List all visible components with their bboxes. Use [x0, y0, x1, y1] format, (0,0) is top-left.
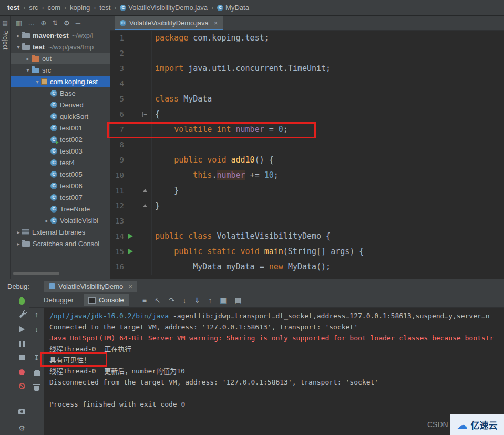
show-views-icon[interactable]: ▦: [16, 19, 22, 26]
run-gutter-icon[interactable]: [128, 249, 133, 254]
layout-settings-icon[interactable]: ≡: [142, 297, 147, 304]
code-text: [152, 76, 155, 92]
breadcrumb-item[interactable]: test: [7, 4, 19, 12]
tree-item[interactable]: ▸maven-test~/wxp/l: [11, 29, 110, 41]
settings-icon[interactable]: ⚙: [64, 19, 70, 26]
tree-item[interactable]: Ctest003: [11, 145, 110, 157]
debugger-gear-icon[interactable]: ⚙: [18, 424, 25, 432]
fold-end-icon[interactable]: [143, 189, 147, 192]
stop-program-icon[interactable]: [19, 355, 25, 360]
code-line[interactable]: 9 public void add10() {: [110, 153, 504, 168]
show-execution-point-icon[interactable]: ↸: [155, 297, 161, 304]
resume-program-icon[interactable]: [19, 326, 25, 332]
code-line[interactable]: 5class MyData: [110, 92, 504, 107]
tree-item[interactable]: CDerived: [11, 99, 110, 110]
breadcrumb-item[interactable]: com: [47, 4, 60, 12]
project-stripe-label[interactable]: Project: [2, 30, 9, 49]
tab-close-icon[interactable]: ×: [214, 19, 218, 27]
breadcrumb-item[interactable]: test: [99, 4, 110, 12]
breadcrumb: test›src›com›koping›test›CVolatileVisibi…: [0, 0, 504, 16]
breadcrumb-label: koping: [70, 4, 90, 12]
code-text: {: [152, 107, 160, 122]
collapse-all-icon[interactable]: ⇅: [52, 19, 58, 26]
tree-item[interactable]: ▾test~/wxp/java/tmp: [11, 41, 110, 53]
mute-breakpoints-icon[interactable]: [19, 383, 25, 389]
tab-debugger[interactable]: Debugger: [39, 294, 78, 306]
tree-item[interactable]: Ctest007: [11, 191, 110, 203]
tree-item[interactable]: ▸External Libraries: [11, 226, 110, 238]
tree-item[interactable]: CTreeNode: [11, 203, 110, 215]
project-stripe-icon[interactable]: ▤: [2, 19, 7, 26]
tree-item[interactable]: ▸out: [11, 53, 110, 64]
print-icon[interactable]: [34, 371, 40, 376]
step-into-icon[interactable]: ↓: [182, 297, 186, 304]
code-line[interactable]: 3import java.util.concurrent.TimeUnit;: [110, 61, 504, 76]
yisu-badge: ☁ 亿速云: [450, 414, 504, 435]
step-over-icon[interactable]: ↷: [169, 297, 175, 304]
debug-settings-icon[interactable]: [19, 312, 25, 318]
thread-dump-icon[interactable]: [18, 409, 25, 414]
view-breakpoints-icon[interactable]: [19, 369, 25, 375]
tree-chevron-icon[interactable]: ▾: [15, 44, 22, 50]
tree-item[interactable]: Ctest4: [11, 157, 110, 168]
clear-console-icon[interactable]: [34, 386, 39, 391]
pause-program-icon[interactable]: [19, 341, 25, 347]
tree-item[interactable]: ▸CVolatileVisibi: [11, 215, 110, 226]
tree-item[interactable]: ▾src: [11, 64, 110, 76]
code-line[interactable]: 13: [110, 214, 504, 229]
tree-chevron-icon[interactable]: ▸: [24, 56, 32, 62]
code-text: [152, 214, 155, 229]
rerun-debug-icon[interactable]: [19, 298, 25, 305]
project-horizontal-scrollbar[interactable]: [13, 272, 59, 275]
breadcrumb-item[interactable]: CMyData: [217, 4, 249, 12]
tree-item[interactable]: Ctest005: [11, 168, 110, 180]
code-line[interactable]: 12}: [110, 198, 504, 214]
tree-item[interactable]: CquickSort: [11, 110, 110, 122]
step-out-icon[interactable]: ↑: [208, 297, 212, 304]
tab-console[interactable]: Console: [84, 294, 129, 306]
run-gutter-icon[interactable]: [128, 234, 133, 239]
debug-session-tab[interactable]: VolatileVisibilityDemo ×: [44, 281, 137, 292]
code-line[interactable]: 6–{: [110, 107, 504, 122]
code-line[interactable]: 10 this.number += 10;: [110, 168, 504, 183]
code-line[interactable]: 1package com.koping.test;: [110, 31, 504, 46]
tree-item[interactable]: ▸Scratches and Consol: [11, 238, 110, 249]
tree-item[interactable]: ▾com.koping.test: [11, 76, 110, 87]
fold-icon[interactable]: –: [142, 112, 148, 117]
breadcrumb-item[interactable]: CVolatileVisibilityDemo.java: [120, 4, 208, 12]
code-line[interactable]: 16 MyData myData = new MyData();: [110, 259, 504, 275]
tree-chevron-icon[interactable]: ▸: [15, 33, 22, 38]
scroll-to-end-icon[interactable]: ↧: [34, 354, 40, 361]
evaluate-expression-icon[interactable]: ▦: [220, 297, 227, 304]
editor-tab[interactable]: C VolatileVisibilityDemo.java ×: [115, 16, 223, 30]
hide-panel-icon[interactable]: ─: [76, 19, 80, 26]
code-line[interactable]: 8: [110, 137, 504, 153]
code-line[interactable]: 4: [110, 76, 504, 92]
force-step-into-icon[interactable]: ⇓: [194, 297, 200, 304]
tree-item[interactable]: Ctest006: [11, 180, 110, 191]
console-output[interactable]: /opt/java/jdk-16.0.2/bin/java -agentlib:…: [44, 308, 504, 435]
debug-tab-close-icon[interactable]: ×: [128, 282, 132, 290]
tree-item[interactable]: Ctest001: [11, 122, 110, 134]
tree-chevron-icon[interactable]: ▸: [43, 218, 50, 224]
down-stack-icon[interactable]: ↓: [35, 326, 38, 333]
tree-chevron-icon[interactable]: ▸: [15, 241, 22, 247]
tree-item[interactable]: CBase: [11, 87, 110, 99]
tree-chevron-icon[interactable]: ▾: [34, 79, 41, 85]
code-area[interactable]: 1package com.koping.test;23import java.u…: [110, 31, 504, 275]
breadcrumb-item[interactable]: src: [29, 4, 38, 12]
breadcrumb-item[interactable]: koping: [70, 4, 90, 12]
code-line[interactable]: 11 }: [110, 183, 504, 198]
tree-chevron-icon[interactable]: ▾: [24, 67, 32, 73]
tree-item[interactable]: Ctest002: [11, 134, 110, 145]
up-stack-icon[interactable]: ↑: [35, 311, 38, 318]
fold-end-icon[interactable]: [143, 204, 147, 207]
console-link[interactable]: /opt/java/jdk-16.0.2/bin/java: [49, 312, 169, 320]
restore-layout-icon[interactable]: ▤: [234, 297, 241, 304]
more-options-icon[interactable]: …: [28, 19, 35, 26]
code-line[interactable]: 15 public static void main(String[] args…: [110, 244, 504, 259]
tree-chevron-icon[interactable]: ▸: [15, 229, 22, 235]
code-line[interactable]: 2: [110, 46, 504, 61]
select-opened-file-icon[interactable]: ⊕: [40, 19, 46, 26]
code-line[interactable]: 14public class VolatileVisibilityDemo {: [110, 229, 504, 244]
